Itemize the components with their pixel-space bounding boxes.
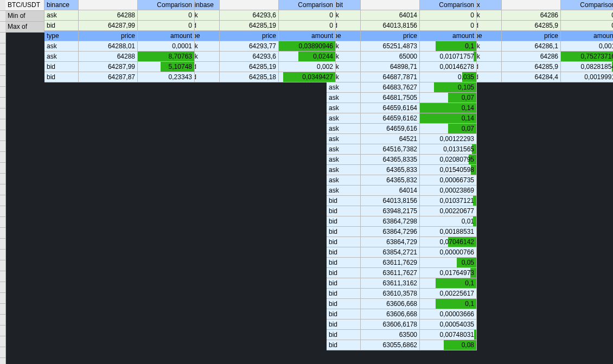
row-price: 63606,668 [361,309,420,320]
row-amount: 0,00188531 [420,227,477,237]
col-price: price [220,31,279,41]
table-row: ask64898,710,00146278 [327,62,462,72]
minof-price: 64014 [361,10,420,21]
row-price: 64284,4 [502,72,561,82]
col-type: type [44,31,79,41]
row-type: bid [327,206,361,216]
row-price: 64014 [361,186,420,196]
max-of-label: Max of [5,22,44,33]
table-row: bid63948,21750,00220677 [327,206,462,216]
table-row: ask64365,83350,02080795 [327,155,462,165]
amount-value: 0,01 [462,218,474,225]
row-price: 63864,729 [361,237,420,247]
table-row: bid635000,00748031 [327,330,462,340]
amount-value: 8,70763 [169,53,192,60]
row-amount: 0,00220677 [420,206,477,216]
row-type: ask [327,134,361,144]
row-price: 63854,2721 [361,247,420,258]
amount-value: 0,0001 [172,42,192,50]
row-type: bid [327,258,361,268]
blank-cell [361,0,420,10]
row-amount: 0,01540598 [420,165,477,175]
table-row: bid63055,68620,08 [327,340,462,350]
table-row: bid63606,6680,00003666 [327,309,462,320]
maxof-price: 64285,19 [220,21,279,31]
table-row: ask64683,76270,105 [327,82,462,93]
spreadsheet: BTC/USDT Min of Max of binanceComparison… [5,0,609,350]
table-row: bid63610,35780,00225617 [327,289,462,299]
table-row: bid63606,6680,1 [327,299,462,309]
row-price: 63606,668 [361,299,420,309]
row-amount: 0,00003666 [420,309,477,320]
row-price: 64286 [502,52,561,62]
blank-cell [79,0,138,10]
amount-value: 0,00003666 [440,310,474,318]
row-type: bid [327,237,361,247]
table-row: ask64286,10,001 [468,41,603,52]
row-price: 63864,7296 [361,227,420,237]
amount-value: 0,01764973 [440,269,474,277]
col-amount: amount [279,31,336,41]
table-row: ask642860,75273716 [468,52,603,62]
amount-value: 0,035 [458,73,474,81]
row-amount: 0,0131565 [420,144,477,155]
table-row: bid64287,995,10748 [44,62,180,72]
row-type: ask [327,186,361,196]
table-row: ask64659,6160,07 [327,124,462,134]
minof-comp: 0 [279,10,336,21]
col-amount: amount [561,31,613,41]
row-amount: 0,00000766 [420,247,477,258]
row-price: 63611,7627 [361,268,420,278]
table-row: ask64687,78710,035 [327,72,462,82]
row-price: 63055,6862 [361,340,420,350]
row-price: 64013,8156 [361,196,420,206]
table-row: bid64287,870,23343 [44,72,180,82]
exchange-upbit: upbitComparisonask640140bid64013,81560ty… [327,0,462,350]
row-price: 63864,7298 [361,216,420,227]
amount-value: 0,0019991 [584,73,613,81]
row-amount: 0,0244 [279,52,336,62]
amount-value: 0,00220677 [440,207,474,215]
amount-value: 0,00066735 [440,176,474,184]
row-amount: 0,00122293 [420,134,477,144]
table-row: ask65251,48730,1 [327,41,462,52]
table-row: ask64293,60,0244 [186,52,321,62]
row-amount: 0,08281854 [561,62,613,72]
table-row: ask64293,770,03890946 [186,41,321,52]
table-row: ask64659,61620,14 [327,113,462,124]
table-row: bid63611,31620,1 [327,278,462,289]
table-row: bid63854,27210,00000766 [327,247,462,258]
comparison-header: Comparison [420,0,477,10]
row-amount: 0,1 [420,299,477,309]
row-type: ask [327,124,361,134]
row-amount: 0,01 [420,216,477,227]
row-type: bid [327,196,361,206]
comparison-header: Comparison [561,0,613,10]
amount-value: 0,03890946 [299,42,333,50]
amount-value: 0,75273716 [581,53,613,60]
exchange-binance: binanceComparisonask642880bid64287,990ty… [44,0,180,350]
row-amount: 0,08 [420,340,477,350]
row-type: ask [327,155,361,165]
maxof-type: bid [44,21,79,31]
table-row: bid64285,190,002 [186,62,321,72]
row-amount: 0,75273716 [561,52,613,62]
row-type: bid [327,268,361,278]
row-price: 63611,7629 [361,258,420,268]
row-amount: 0,1 [420,278,477,289]
row-type: bid [327,216,361,227]
amount-value: 0,00122293 [440,135,474,143]
row-amount: 0,00023869 [420,186,477,196]
row-amount: 0,0019991 [561,72,613,82]
row-price: 64659,6162 [361,113,420,124]
row-amount: 0,105 [420,82,477,93]
row-price: 64521 [361,134,420,144]
row-price: 64365,833 [361,165,420,175]
amount-value: 0,07046142 [440,238,474,246]
row-price: 64898,71 [361,62,420,72]
row-price: 63948,2175 [361,206,420,216]
minof-price: 64286 [502,10,561,21]
amount-value: 0,002 [317,63,333,71]
row-amount: 0,0001 [138,41,195,52]
maxof-price: 64013,8156 [361,21,420,31]
